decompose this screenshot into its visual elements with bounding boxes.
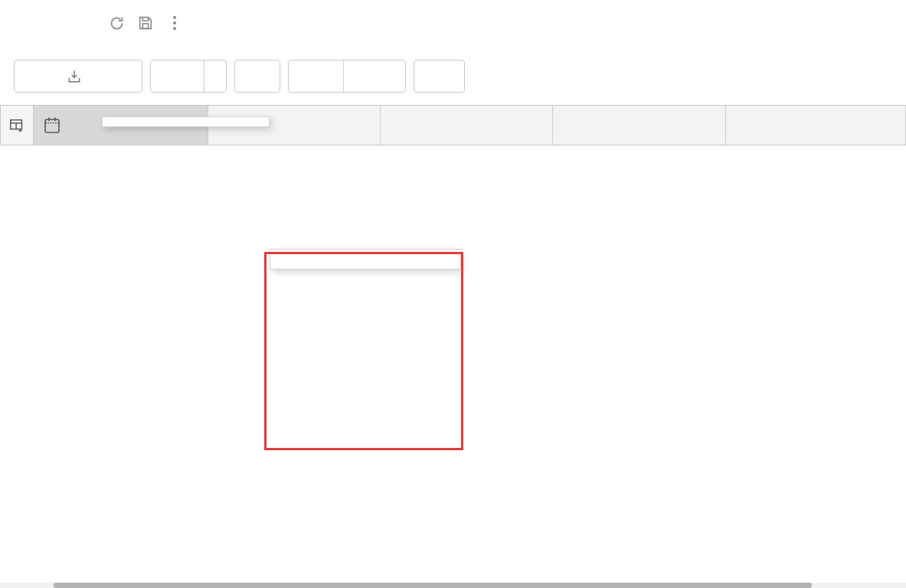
calendar-icon	[43, 116, 61, 136]
filter-button[interactable]	[151, 60, 204, 92]
customer-name-column-header[interactable]	[726, 106, 906, 145]
app-window	[0, 0, 906, 588]
select-all-header-cell[interactable]	[0, 106, 34, 145]
more-button[interactable]	[414, 60, 465, 93]
add-delete-button-group	[288, 60, 406, 93]
annotation-red-box	[264, 252, 463, 450]
product-category-column-header[interactable]	[381, 106, 553, 145]
kebab-menu-icon[interactable]	[165, 14, 184, 32]
save-icon[interactable]	[136, 14, 155, 32]
add-formula-submenu	[270, 249, 461, 270]
product-column-header[interactable]	[553, 106, 726, 145]
filter-dropdown-caret-icon[interactable]	[204, 60, 226, 92]
sort-button[interactable]	[234, 60, 280, 93]
filter-button-group	[150, 60, 227, 93]
horizontal-scrollbar-track[interactable]	[0, 583, 906, 588]
refresh-icon[interactable]	[107, 14, 126, 32]
table-select-icon	[8, 117, 25, 134]
import-icon	[67, 69, 82, 84]
column-context-menu	[102, 116, 270, 127]
delete-button[interactable]	[344, 60, 405, 92]
horizontal-scrollbar-thumb[interactable]	[54, 583, 812, 588]
add-button[interactable]	[289, 60, 344, 92]
import-data-button[interactable]	[14, 60, 142, 93]
submenu-gap	[270, 257, 460, 265]
